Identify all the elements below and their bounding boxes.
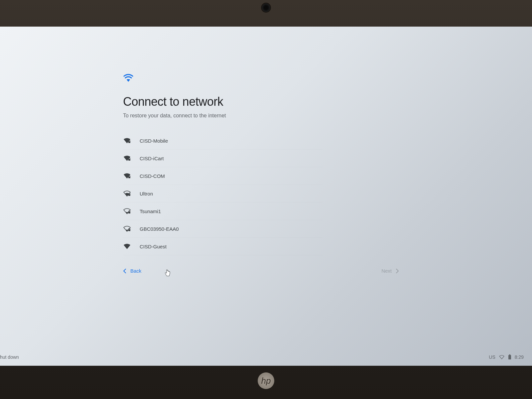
network-item-cisd-mobile[interactable]: CISD-Mobile [123,132,323,150]
network-item-gbc03950[interactable]: GBC03950-EAA0 [123,220,323,238]
cursor-pointer-icon [165,269,171,278]
svg-rect-3 [128,194,130,196]
network-list: CISD-Mobile CISD-iCart [123,132,323,255]
next-button-label: Next [381,268,392,274]
svg-rect-2 [128,177,130,178]
network-name: Tsunami1 [140,208,161,214]
svg-rect-1 [128,159,130,161]
wifi-signal-strong-locked-icon [123,173,140,179]
chevron-left-icon [123,268,126,274]
network-name: CISD-COM [140,173,165,179]
back-button-label: Back [130,268,141,274]
svg-rect-5 [128,229,130,231]
status-bar[interactable]: US 8:29 [489,354,524,360]
page-title: Connect to network [123,95,532,109]
screen: Connect to network To restore your data,… [0,27,532,366]
battery-icon [508,354,511,360]
back-button[interactable]: Back [123,265,141,276]
svg-rect-4 [128,212,130,213]
laptop-bezel: Connect to network To restore your data,… [0,0,532,399]
next-button[interactable]: Next [381,265,399,276]
wifi-signal-weak-locked-icon [123,225,140,232]
network-name: CISD-Mobile [140,138,168,144]
wifi-status-icon [499,355,505,359]
svg-rect-0 [128,141,130,143]
network-name: Ultron [140,191,153,197]
svg-rect-7 [509,354,510,355]
network-name: CISD-Guest [140,244,167,249]
keyboard-layout-indicator: US [489,354,495,360]
network-item-cisd-guest[interactable]: CISD-Guest [123,238,323,255]
clock: 8:29 [515,354,524,360]
network-name: GBC03950-EAA0 [140,226,179,232]
shutdown-button[interactable]: hut down [0,354,19,360]
network-item-cisd-com[interactable]: CISD-COM [123,167,323,185]
wifi-signal-medium-locked-icon [123,190,140,197]
wifi-signal-weak-locked-icon [123,208,140,214]
network-name: CISD-iCart [140,156,164,161]
network-item-ultron[interactable]: Ultron [123,185,323,202]
main-content: Connect to network To restore your data,… [0,27,532,366]
network-item-tsunami1[interactable]: Tsunami1 [123,202,323,220]
wifi-signal-strong-open-icon [123,243,140,250]
hp-logo: hp [258,372,274,389]
page-subtitle: To restore your data, connect to the int… [123,113,532,119]
wifi-signal-strong-locked-icon [123,155,140,162]
webcam [261,3,271,13]
chevron-right-icon [396,268,399,274]
network-item-cisd-icart[interactable]: CISD-iCart [123,150,323,167]
wifi-signal-strong-locked-icon [123,137,140,144]
wifi-header-icon [123,73,532,83]
svg-rect-6 [508,355,511,359]
